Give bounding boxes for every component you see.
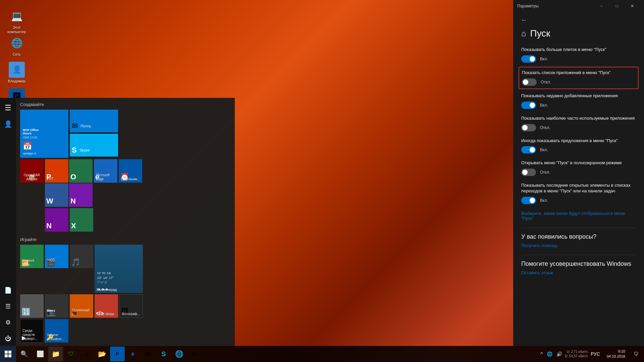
window-controls: − □ ✕ — [594, 1, 640, 11]
tile-mail[interactable]: ✉ Почта — [70, 110, 118, 132]
download-label: D: — [565, 354, 568, 358]
start-explore-button[interactable]: ☰ — [1, 299, 15, 314]
tiles-row-play-3: ▶ Среда средствразверт... 🔑 VolumeActiva… — [20, 319, 231, 343]
toggle-knob-5 — [530, 147, 535, 153]
start-settings-button[interactable]: ⚙ — [1, 315, 15, 330]
toggle-fullscreen[interactable] — [521, 169, 536, 176]
start-menu-button[interactable]: ☰ — [1, 101, 15, 115]
tile-onenote[interactable]: N — [45, 208, 68, 232]
tile-movies[interactable]: 🎬 — [45, 245, 68, 268]
tiles-section-create: Создавайте — [20, 102, 231, 107]
settings-panel: Параметры − □ ✕ ← ⌂ Пуск Показывать боль… — [513, 0, 644, 346]
setting-most-used: Показывать наиболее часто используемые п… — [521, 116, 636, 131]
tile-outlook[interactable]: O — [69, 159, 93, 183]
start-user-button[interactable]: 👤 — [1, 117, 15, 131]
setting-show-recent-value: Вкл. — [540, 103, 548, 108]
toggle-show-more-tiles[interactable] — [521, 55, 536, 63]
folders-link[interactable]: Выберите, какие папки будут отображаться… — [521, 211, 636, 221]
settings-titlebar: Параметры − □ ✕ — [513, 0, 644, 12]
search-button[interactable]: 🔍 — [16, 346, 32, 362]
tile-alarms[interactable]: ⏰ Будильник... — [119, 159, 142, 183]
setting-show-recent-row: Вкл. — [521, 102, 636, 109]
tile-photos[interactable]: 🖼 Фотограф... — [119, 294, 143, 318]
tray-lang[interactable]: РУС — [589, 351, 601, 357]
taskbar-clock[interactable]: 9:10 04.10.2018 — [604, 349, 628, 359]
tile-powerpoint[interactable]: P PPT — [45, 159, 68, 183]
taskbar-settings[interactable]: ⚙ — [187, 347, 202, 361]
tile-excel[interactable]: X — [70, 208, 93, 232]
notification-button[interactable]: 🗨 — [628, 346, 644, 362]
feedback-link[interactable]: Оставить отзыв — [521, 270, 636, 275]
help-link[interactable]: Получить помощь — [521, 243, 636, 248]
taskbar-brother[interactable]: 🖨 — [79, 347, 94, 361]
computer-icon: 💻 — [9, 8, 25, 24]
start-power-button[interactable]: ⏻ — [1, 331, 15, 346]
toggle-show-app-list[interactable] — [522, 78, 537, 86]
tile-calc[interactable]: 🔢 — [20, 294, 44, 318]
tile-music[interactable]: 🎵 — [70, 245, 93, 268]
tiles-row-play-2: 🔢 📷 🖥 Удаленный р... </> Code Writer 🖼 Ф… — [20, 294, 231, 318]
close-button[interactable]: ✕ — [625, 1, 640, 11]
home-icon: ⌂ — [521, 29, 526, 38]
settings-page-title: Пуск — [530, 28, 550, 39]
tiles-row-create-1: MVP OfficeHours Vlad 13:00 📅 четверг 4 ✉… — [20, 110, 231, 158]
tile-remote[interactable]: 🖥 Удаленный р... — [70, 294, 93, 318]
settings-window-title: Параметры — [517, 4, 539, 8]
tile-netspeed[interactable]: 📶 Network Spee... — [20, 245, 44, 268]
start-menu: ☰ 👤 📄 ☰ ⚙ ⏻ Создавайте MVP OfficeHours V… — [0, 98, 235, 346]
tray-network-icon[interactable]: 🌐 — [545, 351, 554, 357]
settings-divider-1 — [521, 228, 636, 228]
taskbar-kaspersky[interactable]: 🛡 — [64, 347, 78, 361]
tile-cam[interactable]: 📷 — [45, 294, 68, 318]
tiles-ms-office: P PPT O W N — [45, 159, 93, 207]
tile-codewriter[interactable]: </> Code Writer — [95, 294, 118, 318]
tray-speaker-icon[interactable]: 🔊 — [555, 351, 564, 357]
desktop-icon-computer[interactable]: 💻 Этоткомпьютер — [3, 7, 30, 36]
toggle-show-recent[interactable] — [521, 102, 536, 109]
desktop-icon-user[interactable]: 👤 Владимир — [3, 60, 30, 85]
tile-weather[interactable]: ЧтПтС6 13°14°17° 7° 8° 8° ☁ ☁ ☁ Калининг… — [95, 245, 143, 293]
maximize-button[interactable]: □ — [609, 1, 625, 11]
tile-mvp[interactable]: MVP OfficeHours Vlad 13:00 📅 четверг 4 — [20, 110, 68, 158]
tile-onenote-2[interactable]: N — [69, 183, 93, 207]
desktop-icon-network[interactable]: 🌐 Сеть — [3, 34, 30, 58]
setting-fullscreen-value: Откл. — [540, 170, 550, 175]
settings-navigation: ← — [513, 12, 644, 28]
tray-expand[interactable]: ^ — [539, 351, 544, 357]
taskbar-files[interactable]: 📂 — [95, 347, 109, 361]
setting-suggestions-value: Вкл. — [540, 147, 548, 152]
svg-rect-0 — [5, 351, 8, 354]
tile-word[interactable]: W — [45, 183, 68, 207]
tile-skype[interactable]: S Skype — [70, 134, 118, 157]
setting-show-more-tiles-row: Вкл. — [521, 55, 636, 63]
settings-page-header: ⌂ Пуск — [521, 28, 636, 39]
setting-show-app-list: Показать список приложений в меню "Пуск"… — [519, 67, 639, 89]
download-speed: 54,57 кбит/с — [569, 354, 588, 358]
toggle-recent-items[interactable] — [521, 197, 536, 204]
upload-speed: 2,71 кбит/с — [571, 350, 588, 354]
back-button[interactable]: ← — [519, 15, 529, 25]
taskbar-mail[interactable]: ✉ — [141, 347, 156, 361]
tile-devcmd[interactable]: ▶ Среда средствразверт... — [20, 319, 44, 343]
taskbar-edge[interactable]: e — [125, 347, 140, 361]
taskbar-network[interactable]: 🌐 — [172, 347, 186, 361]
taskbar-skype[interactable]: S — [156, 347, 171, 361]
minimize-button[interactable]: − — [594, 1, 609, 11]
toggle-knob-6 — [522, 170, 528, 175]
settings-content: ⌂ Пуск Показывать больше плиток в меню "… — [513, 28, 644, 346]
taskbar-ptouch[interactable]: P — [110, 347, 125, 361]
tile-edge[interactable]: e Microsoft Edge — [94, 159, 117, 183]
setting-show-more-tiles-value: Вкл. — [540, 57, 548, 61]
computer-label: Этоткомпьютер — [7, 25, 26, 34]
toggle-suggestions[interactable] — [521, 146, 536, 154]
task-view-button[interactable]: ⬜ — [32, 346, 48, 362]
tile-openrar[interactable]: 📦 Open RARArchive — [20, 159, 44, 183]
start-documents-button[interactable]: 📄 — [1, 283, 15, 298]
toggle-most-used[interactable] — [521, 124, 536, 131]
setting-most-used-row: Откл. — [521, 124, 636, 131]
setting-show-recent-label: Показывать недавно добавленные приложени… — [521, 93, 636, 99]
tiles-row-create-3: N X — [45, 208, 231, 232]
tile-volact[interactable]: 🔑 VolumeActivation... — [45, 319, 68, 343]
taskbar-explorer[interactable]: 📁 — [48, 347, 63, 361]
start-button[interactable] — [0, 346, 16, 362]
